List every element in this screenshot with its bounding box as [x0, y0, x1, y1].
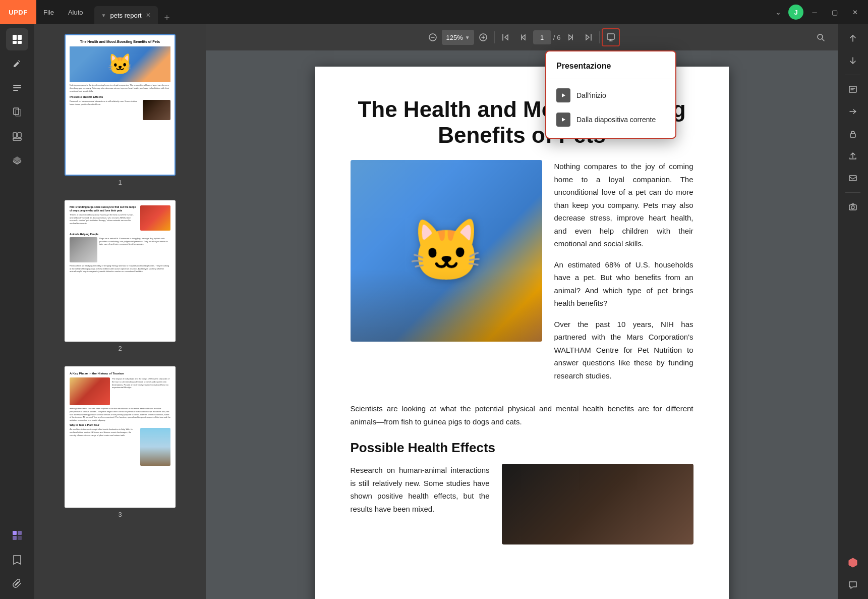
list-tool-button[interactable]	[6, 77, 28, 99]
thumb-health-row: Research on human-animal interactions is…	[70, 100, 170, 120]
rt-email-button[interactable]	[843, 168, 863, 188]
main-area: The Health and Mood-Boosting Benefits of…	[0, 24, 868, 599]
rt-up-button[interactable]	[843, 28, 863, 48]
rt-camera-button[interactable]	[843, 197, 863, 217]
pdf-page: The Health and Mood-Boosting Benefits of…	[315, 67, 729, 599]
thumb3-tourism-img	[70, 377, 110, 405]
svg-rect-22	[849, 176, 856, 181]
avatar[interactable]: J	[788, 5, 803, 20]
left-toolbar	[0, 24, 34, 599]
dropdown-item-current-slide[interactable]: Dalla diapositiva corrente	[546, 107, 675, 132]
thumb-number-3: 3	[118, 511, 122, 518]
bookmark-tool-button[interactable]	[6, 549, 28, 571]
new-tab-button[interactable]: ＋	[160, 10, 174, 24]
pdf-para1: Nothing compares to the joy of coming ho…	[554, 160, 693, 250]
dropdown-header: Presentazione	[546, 58, 675, 79]
thumbnail-1[interactable]: The Health and Mood-Boosting Benefits of…	[34, 30, 206, 190]
rt-convert-button[interactable]	[843, 101, 863, 122]
svg-rect-3	[18, 41, 22, 44]
attachment-tool-button[interactable]	[6, 573, 28, 595]
rt-chat-button[interactable]	[843, 575, 863, 595]
prev-page-button[interactable]	[515, 28, 533, 46]
maximize-button[interactable]: ▢	[826, 3, 844, 21]
file-menu[interactable]: File	[36, 0, 61, 24]
svg-rect-10	[18, 133, 21, 137]
presentation-dropdown[interactable]: Presentazione Dall'inizio Dalla diaposit…	[545, 50, 676, 139]
page-total: 6	[557, 34, 560, 41]
cat-face-icon: 🐱	[409, 215, 484, 287]
thumbnail-3[interactable]: A Key Phase in the History of Tourism Th…	[34, 362, 206, 522]
thumb3-text1: The impact of individuals and the things…	[112, 377, 170, 405]
pdf-para2: An estimated 68% of U.S. households have…	[554, 258, 693, 310]
dropdown-arrow-icon[interactable]: ⌄	[770, 4, 786, 20]
rt-ocr-button[interactable]	[843, 79, 863, 99]
help-menu[interactable]: Aiuto	[61, 0, 90, 24]
pages-tool-button[interactable]	[6, 101, 28, 123]
active-tab[interactable]: ▼ pets report ✕	[94, 6, 158, 24]
svg-rect-8	[16, 110, 21, 116]
svg-rect-15	[18, 536, 22, 540]
thumbnail-panel: The Health and Mood-Boosting Benefits of…	[34, 24, 206, 599]
thumbnail-view-button[interactable]	[6, 28, 28, 50]
split-tool-button[interactable]	[6, 125, 28, 147]
zoom-dropdown-icon[interactable]: ▼	[465, 35, 470, 40]
thumb3-title: A Key Phase in the History of Tourism	[70, 371, 170, 375]
presentation-button[interactable]	[602, 28, 620, 46]
rt-down-button[interactable]	[843, 50, 863, 71]
edit-tool-button[interactable]	[6, 52, 28, 75]
layers-tool-button[interactable]	[6, 149, 28, 172]
thumbnail-2[interactable]: NIH is funding large-scale surveys to fi…	[34, 196, 206, 356]
rt-hexagon-button[interactable]	[843, 553, 863, 573]
tab-close-icon[interactable]: ✕	[146, 12, 151, 19]
page-nav: / 6	[533, 30, 561, 44]
next-page-button[interactable]	[561, 28, 579, 46]
thumb-title-1: The Health and Mood-Boosting Benefits of…	[70, 39, 170, 44]
pdf-text-column: Nothing compares to the joy of coming ho…	[554, 160, 693, 390]
first-page-button[interactable]	[497, 28, 515, 46]
svg-rect-11	[13, 138, 21, 140]
svg-rect-14	[13, 536, 17, 540]
rt-lock-button[interactable]	[843, 124, 863, 144]
title-bar-left: UPDF File Aiuto ▼ pets report ✕ ＋	[0, 0, 174, 24]
search-button[interactable]	[812, 28, 830, 46]
thumb2-header-text: NIH is funding large-scale surveys to fi…	[70, 205, 138, 231]
svg-rect-18	[607, 34, 614, 39]
thumb3-bottom-row: As road tour is the most sought after to…	[70, 428, 170, 466]
thumb2-img-right	[140, 205, 170, 231]
minimize-button[interactable]: ─	[805, 3, 824, 21]
thumb3-eiffel-img	[140, 428, 170, 466]
last-page-button[interactable]	[579, 28, 597, 46]
page-separator: /	[553, 34, 555, 41]
dropdown-item-from-start[interactable]: Dall'inizio	[546, 83, 675, 107]
thumb-dog-img	[143, 100, 170, 120]
thumb2-body: There's a lot we don't know about how to…	[70, 213, 138, 225]
top-toolbar: 125% ▼ / 6	[206, 24, 838, 50]
svg-rect-13	[18, 531, 22, 535]
thumb3-bottom-text: As road tour is the most sought after to…	[70, 428, 138, 466]
thumb-frame-3: A Key Phase in the History of Tourism Th…	[65, 366, 176, 508]
zoom-out-button[interactable]	[424, 28, 442, 46]
pdf-health-row: Research on human-animal interactions is…	[351, 464, 693, 544]
rt-share-button[interactable]	[843, 146, 863, 166]
right-toolbar	[838, 24, 868, 599]
content-area: 125% ▼ / 6	[206, 24, 838, 599]
close-button[interactable]: ✕	[846, 3, 864, 21]
thumb2-title-line1: NIH is funding large-scale surveys to fi…	[70, 205, 138, 212]
dropdown-item-current-slide-label: Dalla diapositiva corrente	[576, 116, 656, 124]
svg-rect-1	[18, 35, 22, 40]
zoom-value: 125%	[446, 34, 462, 41]
zoom-in-button[interactable]	[474, 28, 492, 46]
pdf-para3: Over the past 10 years, NIH has partnere…	[554, 318, 693, 383]
pdf-scroll[interactable]: The Health and Mood-Boosting Benefits of…	[206, 50, 838, 599]
thumb-frame-2: NIH is funding large-scale surveys to fi…	[65, 200, 176, 342]
pdf-para4: Scientists are looking at what the poten…	[351, 402, 693, 428]
svg-rect-20	[849, 86, 856, 92]
toolbar-separator-2	[599, 31, 600, 43]
pdf-two-col: 🐱 Nothing compares to the joy of coming …	[351, 160, 693, 390]
app-logo: UPDF	[0, 0, 36, 24]
page-input[interactable]	[533, 30, 551, 44]
tab-bar: ▼ pets report ✕ ＋	[94, 0, 174, 24]
dropdown-item-from-start-label: Dall'inizio	[576, 91, 606, 99]
stack-icon-button[interactable]	[6, 524, 28, 547]
thumb-section-1: Possible Health Effects	[70, 95, 170, 99]
